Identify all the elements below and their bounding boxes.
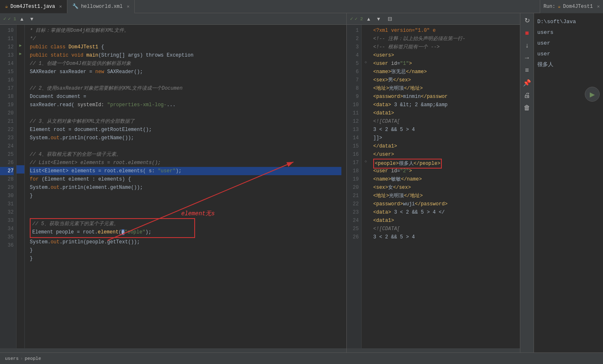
run-panel-content: D:\soft\Java users user user 很多人 bbox=[534, 13, 603, 352]
tab-dom4jtest1[interactable]: ☕ Dom4JTest1.java ✕ bbox=[0, 0, 67, 13]
step-down-btn[interactable]: ↓ bbox=[524, 41, 529, 50]
close-tab-helloworld[interactable]: ✕ bbox=[127, 4, 130, 9]
xml-line-24: <data1> bbox=[373, 216, 517, 225]
tab-label-helloworld: helloworld.xml bbox=[81, 4, 123, 10]
tab-helloworld[interactable]: 🔧 helloworld.xml ✕ bbox=[67, 0, 135, 13]
refresh-btn[interactable]: ↻ bbox=[524, 16, 531, 25]
play-btn[interactable]: ▶ bbox=[585, 87, 600, 102]
code-line-18: Document document = bbox=[30, 93, 341, 101]
close-run-tab[interactable]: ✕ bbox=[597, 4, 600, 9]
down-btn-right[interactable]: ▼ bbox=[374, 15, 383, 23]
stop-btn[interactable]: ■ bbox=[524, 29, 530, 38]
run-output-people: 很多人 bbox=[537, 59, 600, 70]
java-editor: ✓ ✓ 1 ▲ ▼ 1011121314 1516171819 20212223… bbox=[0, 13, 347, 352]
up-btn-right[interactable]: ▲ bbox=[365, 15, 373, 23]
xml-line-5: <user id="1"> bbox=[373, 59, 517, 68]
code-line-12: public class Dom4JTest1 { bbox=[30, 43, 341, 51]
pin-btn[interactable]: 📌 bbox=[522, 78, 532, 88]
xml-line-17: <people>很多人</people> bbox=[373, 159, 517, 167]
xml-toolbar: ✓ ✓ 2 ▲ ▼ ⊟ bbox=[347, 13, 520, 25]
down-btn-left[interactable]: ▼ bbox=[28, 15, 36, 23]
breadcrumb-users: users bbox=[5, 356, 19, 361]
run-output-users: users bbox=[537, 27, 600, 38]
code-line-31 bbox=[30, 200, 341, 208]
xml-line-25: <![CDATA[ bbox=[373, 225, 517, 233]
xml-line-7: <sex>男</sex> bbox=[373, 76, 517, 84]
run-tab-icon: ☕ bbox=[558, 4, 561, 9]
xml-line-13: 3 < 2 && 5 > 4 bbox=[373, 126, 517, 134]
breadcrumb-people: people bbox=[25, 356, 41, 361]
xml-editor: ✓ ✓ 2 ▲ ▼ ⊟ 12345 678910 1112131415 1617… bbox=[347, 13, 520, 352]
xml-line-19: <name>敏敏</name> bbox=[373, 175, 517, 183]
code-line-13: public static void main(String[] args) t… bbox=[30, 51, 341, 59]
xml-line-20: <sex>女</sex> bbox=[373, 183, 517, 192]
settings-run-btn[interactable]: ≡ bbox=[524, 66, 529, 75]
code-line-35: } bbox=[30, 246, 341, 255]
code-line-33: Element people = root.element(p"eople"); bbox=[32, 228, 193, 236]
xml-line-26: 3 < 2 && 5 > 4 bbox=[373, 233, 517, 241]
run-side-tools: ↻ ■ ↓ → ≡ 📌 🖨 🗑 bbox=[520, 13, 534, 352]
print-btn[interactable]: 🖨 bbox=[523, 91, 531, 100]
xml-breadcrumb: users › people bbox=[5, 356, 41, 361]
xml-line-8: <地址>光明顶</地址> bbox=[373, 84, 517, 93]
red-box-java: // 5、获取当前元素下的某个子元素。 Element people = roo… bbox=[30, 218, 195, 238]
java-code[interactable]: * 目标：掌握使用Dom4j框架解析XML文件。 */ public class… bbox=[25, 25, 346, 348]
code-line-16 bbox=[30, 76, 341, 84]
code-line-17: // 2、使用saxReader对象把需要解析的XML文件读成一个Documen bbox=[30, 84, 341, 93]
xml-line-15: </data1> bbox=[373, 142, 517, 150]
xml-line-numbers: 12345 678910 1112131415 1617181920 21222… bbox=[347, 25, 362, 348]
code-line-19: saxReader.read( systemId: "properties-xm… bbox=[30, 101, 341, 109]
xml-line-12: <![CDATA[ bbox=[373, 117, 517, 126]
element-no-s-annotation: element无s bbox=[30, 208, 341, 218]
xml-line-11: <data1> bbox=[373, 109, 517, 117]
code-line-34: System.out.println(people.getText()); bbox=[30, 238, 341, 246]
code-line-11: */ bbox=[30, 35, 341, 43]
code-line-30: } bbox=[30, 192, 341, 200]
code-line-20 bbox=[30, 109, 341, 117]
fold-btn[interactable]: ⊟ bbox=[386, 15, 394, 23]
code-line-29: System.out.println(element.getName()); bbox=[30, 183, 341, 192]
java-code-area[interactable]: 1011121314 1516171819 2021222324 2526272… bbox=[0, 25, 346, 348]
tab-label-dom4jtest1: Dom4JTest1.java bbox=[10, 4, 55, 10]
xml-file-icon: 🔧 bbox=[72, 3, 79, 10]
trash-btn[interactable]: 🗑 bbox=[523, 103, 531, 112]
code-line-21: // 3、从文档对象中解析XML文件的全部数据了 bbox=[30, 117, 341, 126]
xml-code[interactable]: <?xml version="1.0" e <!-- 注释：以上抬头声明必须在第… bbox=[370, 25, 520, 348]
code-line-28: for (Element element : elements) { bbox=[30, 175, 341, 183]
xml-code-area[interactable]: 12345 678910 1112131415 1617181920 21222… bbox=[347, 25, 520, 348]
xml-line-9: <password>minmin</passwor bbox=[373, 93, 517, 101]
close-tab-dom4jtest1[interactable]: ✕ bbox=[59, 4, 62, 9]
xml-gutter: ◇ ◇ bbox=[362, 25, 370, 348]
run-label: Run: bbox=[543, 4, 555, 10]
code-line-14: // 1、创建一个Dom4J框架提供的解析器对象 bbox=[30, 59, 341, 68]
step-right-btn[interactable]: → bbox=[523, 53, 531, 62]
xml-line-3: <!-- 根标签只能有一个 --> bbox=[373, 43, 517, 51]
run-output-user1: user bbox=[537, 38, 600, 49]
check-icon-right: ✓ bbox=[350, 16, 353, 22]
xml-line-18: <user id="2"> bbox=[373, 167, 517, 175]
run-tab-label: Dom4JTest1 bbox=[563, 4, 593, 10]
xml-line-22: <password>wuji</password> bbox=[373, 200, 517, 208]
check-count-left: ✓ 1 bbox=[8, 16, 16, 21]
xml-line-4: <users> bbox=[373, 51, 517, 59]
breadcrumb-sep: › bbox=[20, 356, 23, 361]
status-bar: users › people bbox=[0, 352, 603, 364]
code-line-36: } bbox=[30, 255, 341, 263]
java-line-numbers: 1011121314 1516171819 2021222324 2526272… bbox=[0, 25, 17, 348]
xml-line-21: <地址>光明顶</地址> bbox=[373, 192, 517, 200]
code-line-15: SAXReader saxReader = new SAXReader(); bbox=[30, 68, 341, 76]
run-panel: ↻ ■ ↓ → ≡ 📌 🖨 🗑 D:\soft\Java users bbox=[520, 13, 603, 352]
run-output-user2: user bbox=[537, 49, 600, 59]
code-line-22: Element root = document.getRootElement()… bbox=[30, 126, 341, 134]
code-line-26: // List<Element> elements = root.element… bbox=[30, 159, 341, 167]
run-path: D:\soft\Java bbox=[537, 17, 600, 27]
check-icon-left: ✓ bbox=[3, 16, 6, 22]
xml-scrollbar[interactable] bbox=[347, 348, 520, 352]
xml-line-1: <?xml version="1.0" e bbox=[373, 26, 517, 35]
java-scrollbar[interactable] bbox=[0, 348, 346, 352]
tab-bar: ☕ Dom4JTest1.java ✕ 🔧 helloworld.xml ✕ R… bbox=[0, 0, 603, 13]
code-line-24 bbox=[30, 142, 341, 150]
up-btn-left[interactable]: ▲ bbox=[18, 15, 26, 23]
java-gutter: ▶ ▶ bbox=[17, 25, 25, 348]
code-line-27: List<Element> elements = root.elements( … bbox=[30, 167, 341, 175]
